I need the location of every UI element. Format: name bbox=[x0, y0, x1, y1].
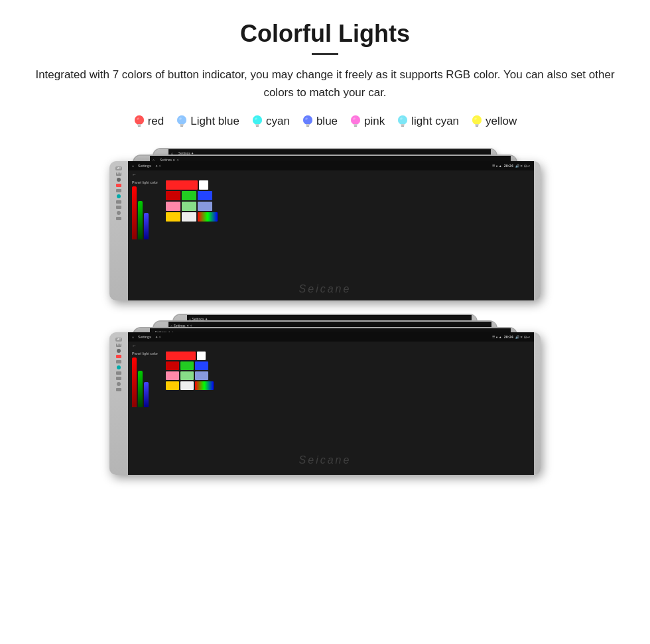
svg-rect-18 bbox=[306, 126, 309, 127]
svg-point-31 bbox=[472, 115, 482, 125]
svg-rect-28 bbox=[401, 126, 404, 127]
svg-point-16 bbox=[303, 115, 312, 125]
bulb-icon-yellow bbox=[471, 113, 483, 129]
bulb-icon-cyan bbox=[251, 113, 263, 129]
bulb-icon-pink bbox=[350, 113, 361, 129]
svg-point-6 bbox=[177, 115, 186, 125]
color-name-blue: blue bbox=[316, 115, 338, 128]
svg-rect-23 bbox=[354, 126, 357, 127]
page-container: Colorful Lights Integrated with 7 colors… bbox=[0, 0, 650, 493]
bulb-icon-blue bbox=[302, 113, 314, 129]
color-label-blue: blue bbox=[302, 113, 338, 129]
svg-rect-3 bbox=[138, 126, 141, 127]
color-name-lightblue: Light blue bbox=[190, 115, 239, 128]
color-label-lightblue: Light blue bbox=[176, 113, 239, 129]
color-name-yellow: yellow bbox=[486, 115, 517, 128]
bulb-icon-lightblue bbox=[176, 113, 188, 129]
color-label-red: red bbox=[133, 113, 164, 129]
color-name-pink: pink bbox=[364, 115, 385, 128]
color-name-red: red bbox=[148, 115, 164, 128]
title-section: Colorful Lights bbox=[27, 20, 623, 55]
svg-rect-13 bbox=[256, 126, 259, 127]
color-labels-row: red Light blue cyan bbox=[27, 113, 623, 129]
svg-point-26 bbox=[398, 115, 407, 125]
top-unit-front: MC RST ⌂ Set bbox=[109, 161, 541, 300]
bulb-icon-red bbox=[133, 113, 145, 129]
bottom-units-stack: ⌂ Settings ✦ ← Panel light bbox=[27, 314, 623, 473]
page-title: Colorful Lights bbox=[27, 20, 623, 48]
svg-point-21 bbox=[351, 115, 360, 125]
color-label-cyan: cyan bbox=[251, 113, 290, 129]
color-label-lightcyan: light cyan bbox=[397, 113, 459, 129]
svg-rect-8 bbox=[180, 126, 183, 127]
svg-point-11 bbox=[253, 115, 262, 125]
svg-rect-33 bbox=[476, 126, 478, 127]
color-label-yellow: yellow bbox=[471, 113, 517, 129]
color-label-pink: pink bbox=[350, 113, 385, 129]
color-name-lightcyan: light cyan bbox=[411, 115, 459, 128]
bulb-icon-lightcyan bbox=[397, 113, 409, 129]
top-units-stack: ⌂ Settings ✦ ← Panel light color bbox=[27, 148, 623, 300]
bottom-unit-front: MC RST ⌂ Set bbox=[109, 332, 541, 475]
color-name-cyan: cyan bbox=[266, 115, 290, 128]
svg-point-1 bbox=[135, 115, 144, 125]
title-divider bbox=[312, 53, 338, 55]
description-text: Integrated with 7 colors of button indic… bbox=[27, 66, 623, 101]
